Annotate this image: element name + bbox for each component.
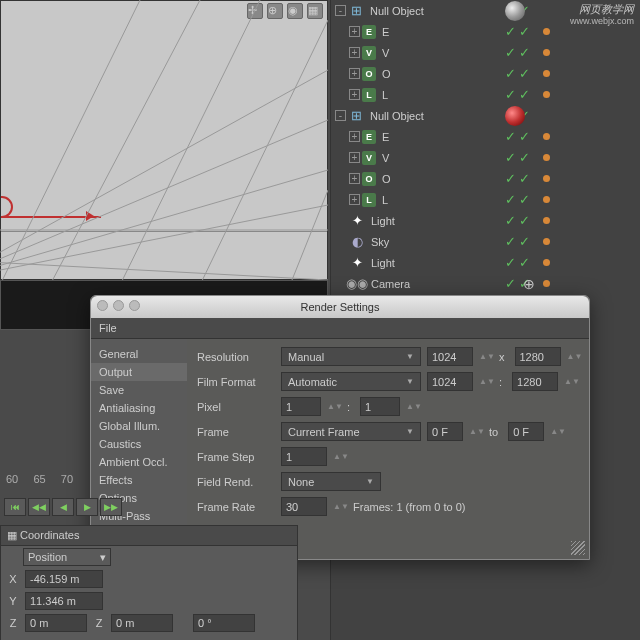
object-row[interactable]: ✦Light✓✓ [331, 252, 640, 273]
expand-toggle[interactable]: + [349, 173, 360, 184]
expand-toggle[interactable]: + [349, 89, 360, 100]
viewport-layout-icon[interactable]: ▦ [307, 3, 323, 19]
timeline-ruler[interactable]: 60 65 70 [0, 473, 100, 493]
play-forward-button[interactable]: ▶ [76, 498, 98, 516]
object-row[interactable]: + EE✓✓ [331, 126, 640, 147]
tag-dot-icon[interactable] [543, 154, 550, 161]
render-check-icon[interactable]: ✓ [519, 66, 530, 81]
viewport-3d[interactable]: ✢ ⊕ ◉ ▦ [0, 0, 328, 280]
expand-toggle[interactable]: - [335, 110, 346, 121]
tag-dot-icon[interactable] [543, 238, 550, 245]
tag-dot-icon[interactable] [543, 217, 550, 224]
step-forward-button[interactable]: ▶▶ [100, 498, 122, 516]
visibility-check-icon[interactable]: ✓ [505, 234, 516, 249]
visibility-check-icon[interactable]: ✓ [505, 87, 516, 102]
frame-rate-input[interactable] [281, 497, 327, 516]
render-check-icon[interactable]: ✓ [519, 129, 530, 144]
visibility-check-icon[interactable]: ✓ [505, 66, 516, 81]
expand-toggle[interactable]: + [349, 26, 360, 37]
z-input[interactable] [25, 614, 87, 632]
visibility-check-icon[interactable]: ✓ [505, 45, 516, 60]
render-check-icon[interactable]: ✓ [519, 234, 530, 249]
tag-dot-icon[interactable] [543, 70, 550, 77]
visibility-check-icon[interactable]: ✓ [505, 129, 516, 144]
pixel-a-input[interactable] [281, 397, 321, 416]
frame-mode-select[interactable]: Current Frame▼ [281, 422, 421, 441]
tag-dot-icon[interactable] [543, 91, 550, 98]
tag-dot-icon[interactable] [543, 28, 550, 35]
dialog-titlebar[interactable]: Render Settings [91, 296, 589, 318]
tag-dot-icon[interactable] [543, 133, 550, 140]
frame-step-input[interactable] [281, 447, 327, 466]
crosshair-icon[interactable]: ⊕ [523, 276, 535, 292]
frame-from-input[interactable] [427, 422, 463, 441]
material-ball-icon[interactable] [505, 106, 525, 126]
object-row[interactable]: ◐Sky✓✓ [331, 231, 640, 252]
tag-dot-icon[interactable] [543, 175, 550, 182]
z-rot-input[interactable] [193, 614, 255, 632]
window-minimize-icon[interactable] [113, 300, 124, 311]
window-zoom-icon[interactable] [129, 300, 140, 311]
film-format-select[interactable]: Automatic▼ [281, 372, 421, 391]
goto-start-button[interactable]: ⏮ [4, 498, 26, 516]
render-category-caustics[interactable]: Caustics [91, 435, 187, 453]
y-input[interactable] [25, 592, 103, 610]
pixel-b-input[interactable] [360, 397, 400, 416]
coordinates-header[interactable]: ▦ Coordinates [1, 526, 297, 546]
render-category-save[interactable]: Save [91, 381, 187, 399]
viewport-pan-icon[interactable]: ✢ [247, 3, 263, 19]
visibility-check-icon[interactable]: ✓ [505, 213, 516, 228]
object-row[interactable]: + OO✓✓ [331, 63, 640, 84]
expand-toggle[interactable]: + [349, 131, 360, 142]
tag-dot-icon[interactable] [543, 280, 550, 287]
expand-toggle[interactable]: + [349, 68, 360, 79]
render-check-icon[interactable]: ✓ [519, 45, 530, 60]
object-row[interactable]: ✦Light✓✓ [331, 210, 640, 231]
material-ball-icon[interactable] [505, 1, 525, 21]
z-input-2[interactable] [111, 614, 173, 632]
visibility-check-icon[interactable]: ✓ [505, 171, 516, 186]
film-width-input[interactable] [427, 372, 473, 391]
object-row[interactable]: - ⊞Null Object✓✓ [331, 105, 640, 126]
tag-dot-icon[interactable] [543, 49, 550, 56]
visibility-check-icon[interactable]: ✓ [505, 255, 516, 270]
tag-dot-icon[interactable] [543, 259, 550, 266]
render-category-general[interactable]: General [91, 345, 187, 363]
expand-toggle[interactable]: + [349, 152, 360, 163]
position-mode-select[interactable]: Position▾ [23, 548, 111, 566]
object-row[interactable]: + VV✓✓ [331, 42, 640, 63]
frame-to-input[interactable] [508, 422, 544, 441]
object-row[interactable]: + OO✓✓ [331, 168, 640, 189]
resolution-mode-select[interactable]: Manual▼ [281, 347, 421, 366]
expand-toggle[interactable]: + [349, 47, 360, 58]
expand-toggle[interactable]: + [349, 194, 360, 205]
x-input[interactable] [25, 570, 103, 588]
expand-toggle[interactable]: - [335, 5, 346, 16]
render-check-icon[interactable]: ✓ [519, 87, 530, 102]
object-row[interactable]: + VV✓✓ [331, 147, 640, 168]
resolution-width-input[interactable] [427, 347, 473, 366]
object-row[interactable]: + LL✓✓ [331, 84, 640, 105]
window-close-icon[interactable] [97, 300, 108, 311]
viewport-rotate-icon[interactable]: ◉ [287, 3, 303, 19]
render-category-global-illum-[interactable]: Global Illum. [91, 417, 187, 435]
visibility-check-icon[interactable]: ✓ [505, 192, 516, 207]
visibility-check-icon[interactable]: ✓ [505, 24, 516, 39]
tag-dot-icon[interactable] [543, 196, 550, 203]
visibility-check-icon[interactable]: ✓ [505, 150, 516, 165]
render-check-icon[interactable]: ✓ [519, 24, 530, 39]
viewport-zoom-icon[interactable]: ⊕ [267, 3, 283, 19]
render-category-output[interactable]: Output [91, 363, 187, 381]
render-check-icon[interactable]: ✓ [519, 192, 530, 207]
render-check-icon[interactable]: ✓ [519, 255, 530, 270]
render-check-icon[interactable]: ✓ [519, 213, 530, 228]
render-category-effects[interactable]: Effects [91, 471, 187, 489]
resize-grip-icon[interactable] [571, 541, 585, 555]
play-back-button[interactable]: ◀ [52, 498, 74, 516]
field-rend-select[interactable]: None▼ [281, 472, 381, 491]
render-check-icon[interactable]: ✓ [519, 171, 530, 186]
resolution-height-input[interactable] [515, 347, 561, 366]
step-back-button[interactable]: ◀◀ [28, 498, 50, 516]
film-height-input[interactable] [512, 372, 558, 391]
visibility-check-icon[interactable]: ✓ [505, 276, 516, 291]
